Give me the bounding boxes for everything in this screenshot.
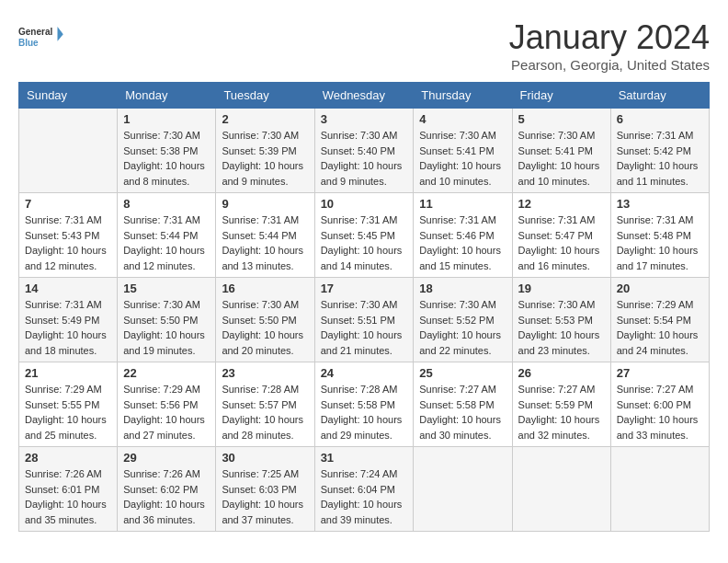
weekday-header: Saturday: [610, 83, 709, 109]
day-number: 13: [617, 197, 703, 211]
weekday-header: Tuesday: [216, 83, 314, 109]
day-info: Sunrise: 7:27 AM Sunset: 5:59 PM Dayligh…: [518, 382, 605, 442]
day-number: 27: [617, 366, 703, 380]
day-info: Sunrise: 7:30 AM Sunset: 5:39 PM Dayligh…: [222, 128, 308, 189]
day-info: Sunrise: 7:26 AM Sunset: 6:02 PM Dayligh…: [123, 466, 210, 527]
day-info: Sunrise: 7:28 AM Sunset: 5:58 PM Dayligh…: [321, 382, 408, 442]
location: Pearson, Georgia, United States: [509, 57, 710, 73]
day-number: 21: [25, 366, 111, 380]
calendar-table: SundayMondayTuesdayWednesdayThursdayFrid…: [18, 82, 710, 532]
calendar-cell: 17 Sunrise: 7:30 AM Sunset: 5:51 PM Dayl…: [314, 278, 414, 362]
svg-marker-2: [58, 27, 63, 41]
calendar-cell: 10 Sunrise: 7:31 AM Sunset: 5:45 PM Dayl…: [314, 193, 414, 278]
day-number: 26: [518, 366, 605, 380]
day-number: 10: [321, 197, 408, 211]
calendar-cell: 21 Sunrise: 7:29 AM Sunset: 5:55 PM Dayl…: [19, 362, 118, 447]
svg-text:General: General: [18, 27, 52, 37]
day-number: 6: [617, 112, 703, 126]
day-info: Sunrise: 7:29 AM Sunset: 5:55 PM Dayligh…: [25, 382, 111, 442]
calendar-cell: 2 Sunrise: 7:30 AM Sunset: 5:39 PM Dayli…: [216, 109, 314, 193]
day-number: 18: [419, 282, 506, 295]
day-info: Sunrise: 7:30 AM Sunset: 5:50 PM Dayligh…: [222, 297, 308, 358]
calendar-cell: 1 Sunrise: 7:30 AM Sunset: 5:38 PM Dayli…: [118, 109, 216, 193]
calendar-cell: [610, 447, 709, 532]
day-number: 4: [419, 112, 506, 126]
calendar-cell: 6 Sunrise: 7:31 AM Sunset: 5:42 PM Dayli…: [610, 109, 709, 193]
header-row: SundayMondayTuesdayWednesdayThursdayFrid…: [19, 83, 710, 109]
calendar-cell: 16 Sunrise: 7:30 AM Sunset: 5:50 PM Dayl…: [216, 278, 314, 362]
weekday-header: Monday: [118, 83, 216, 109]
calendar-cell: 8 Sunrise: 7:31 AM Sunset: 5:44 PM Dayli…: [118, 193, 216, 278]
day-info: Sunrise: 7:31 AM Sunset: 5:49 PM Dayligh…: [25, 297, 111, 358]
day-number: 31: [321, 451, 408, 465]
day-number: 1: [123, 112, 210, 126]
calendar-week-row: 7 Sunrise: 7:31 AM Sunset: 5:43 PM Dayli…: [19, 193, 710, 278]
day-number: 14: [25, 282, 111, 295]
weekday-header: Wednesday: [314, 83, 414, 109]
day-info: Sunrise: 7:31 AM Sunset: 5:44 PM Dayligh…: [222, 213, 308, 273]
day-number: 29: [123, 451, 210, 465]
day-number: 19: [518, 282, 605, 295]
calendar-cell: 24 Sunrise: 7:28 AM Sunset: 5:58 PM Dayl…: [314, 362, 414, 447]
calendar-cell: 13 Sunrise: 7:31 AM Sunset: 5:48 PM Dayl…: [610, 193, 709, 278]
day-number: 20: [617, 282, 703, 295]
day-info: Sunrise: 7:29 AM Sunset: 5:54 PM Dayligh…: [617, 297, 703, 358]
calendar-week-row: 1 Sunrise: 7:30 AM Sunset: 5:38 PM Dayli…: [19, 109, 710, 193]
day-number: 25: [419, 366, 506, 380]
calendar-cell: 9 Sunrise: 7:31 AM Sunset: 5:44 PM Dayli…: [216, 193, 314, 278]
calendar-week-row: 28 Sunrise: 7:26 AM Sunset: 6:01 PM Dayl…: [19, 447, 710, 532]
day-info: Sunrise: 7:31 AM Sunset: 5:48 PM Dayligh…: [617, 213, 703, 273]
day-number: 17: [321, 282, 408, 295]
day-info: Sunrise: 7:24 AM Sunset: 6:04 PM Dayligh…: [321, 466, 408, 527]
calendar-cell: 4 Sunrise: 7:30 AM Sunset: 5:41 PM Dayli…: [414, 109, 512, 193]
calendar-cell: 19 Sunrise: 7:30 AM Sunset: 5:53 PM Dayl…: [512, 278, 610, 362]
day-info: Sunrise: 7:30 AM Sunset: 5:51 PM Dayligh…: [321, 297, 408, 358]
calendar-cell: 30 Sunrise: 7:25 AM Sunset: 6:03 PM Dayl…: [216, 447, 314, 532]
day-number: 30: [222, 451, 308, 465]
day-info: Sunrise: 7:30 AM Sunset: 5:41 PM Dayligh…: [518, 128, 605, 189]
day-info: Sunrise: 7:30 AM Sunset: 5:41 PM Dayligh…: [419, 128, 506, 189]
calendar-cell: 25 Sunrise: 7:27 AM Sunset: 5:58 PM Dayl…: [414, 362, 512, 447]
day-number: 8: [123, 197, 210, 211]
day-info: Sunrise: 7:27 AM Sunset: 6:00 PM Dayligh…: [617, 382, 703, 442]
day-number: 12: [518, 197, 605, 211]
day-number: 28: [25, 451, 111, 465]
calendar-cell: 26 Sunrise: 7:27 AM Sunset: 5:59 PM Dayl…: [512, 362, 610, 447]
calendar-cell: 12 Sunrise: 7:31 AM Sunset: 5:47 PM Dayl…: [512, 193, 610, 278]
calendar-cell: [414, 447, 512, 532]
calendar-cell: 7 Sunrise: 7:31 AM Sunset: 5:43 PM Dayli…: [19, 193, 118, 278]
day-info: Sunrise: 7:31 AM Sunset: 5:43 PM Dayligh…: [25, 213, 111, 273]
month-title: January 2024: [509, 18, 710, 57]
calendar-cell: 11 Sunrise: 7:31 AM Sunset: 5:46 PM Dayl…: [414, 193, 512, 278]
day-info: Sunrise: 7:31 AM Sunset: 5:45 PM Dayligh…: [321, 213, 408, 273]
day-number: 3: [321, 112, 408, 126]
day-number: 11: [419, 197, 506, 211]
calendar-cell: [512, 447, 610, 532]
day-info: Sunrise: 7:27 AM Sunset: 5:58 PM Dayligh…: [419, 382, 506, 442]
day-number: 15: [123, 282, 210, 295]
page-header: General Blue January 2024 Pearson, Georg…: [18, 18, 710, 73]
day-number: 5: [518, 112, 605, 126]
logo-svg: General Blue: [18, 18, 64, 55]
calendar-cell: 22 Sunrise: 7:29 AM Sunset: 5:56 PM Dayl…: [118, 362, 216, 447]
day-info: Sunrise: 7:25 AM Sunset: 6:03 PM Dayligh…: [222, 466, 308, 527]
calendar-cell: 29 Sunrise: 7:26 AM Sunset: 6:02 PM Dayl…: [118, 447, 216, 532]
day-number: 23: [222, 366, 308, 380]
day-info: Sunrise: 7:30 AM Sunset: 5:40 PM Dayligh…: [321, 128, 408, 189]
calendar-cell: 18 Sunrise: 7:30 AM Sunset: 5:52 PM Dayl…: [414, 278, 512, 362]
calendar-cell: 20 Sunrise: 7:29 AM Sunset: 5:54 PM Dayl…: [610, 278, 709, 362]
calendar-cell: [19, 109, 118, 193]
calendar-cell: 23 Sunrise: 7:28 AM Sunset: 5:57 PM Dayl…: [216, 362, 314, 447]
calendar-cell: 31 Sunrise: 7:24 AM Sunset: 6:04 PM Dayl…: [314, 447, 414, 532]
calendar-week-row: 21 Sunrise: 7:29 AM Sunset: 5:55 PM Dayl…: [19, 362, 710, 447]
day-number: 22: [123, 366, 210, 380]
day-info: Sunrise: 7:31 AM Sunset: 5:46 PM Dayligh…: [419, 213, 506, 273]
calendar-cell: 27 Sunrise: 7:27 AM Sunset: 6:00 PM Dayl…: [610, 362, 709, 447]
day-info: Sunrise: 7:30 AM Sunset: 5:52 PM Dayligh…: [419, 297, 506, 358]
day-info: Sunrise: 7:30 AM Sunset: 5:38 PM Dayligh…: [123, 128, 210, 189]
day-number: 2: [222, 112, 308, 126]
calendar-week-row: 14 Sunrise: 7:31 AM Sunset: 5:49 PM Dayl…: [19, 278, 710, 362]
weekday-header: Friday: [512, 83, 610, 109]
svg-text:Blue: Blue: [18, 38, 39, 48]
day-info: Sunrise: 7:30 AM Sunset: 5:53 PM Dayligh…: [518, 297, 605, 358]
